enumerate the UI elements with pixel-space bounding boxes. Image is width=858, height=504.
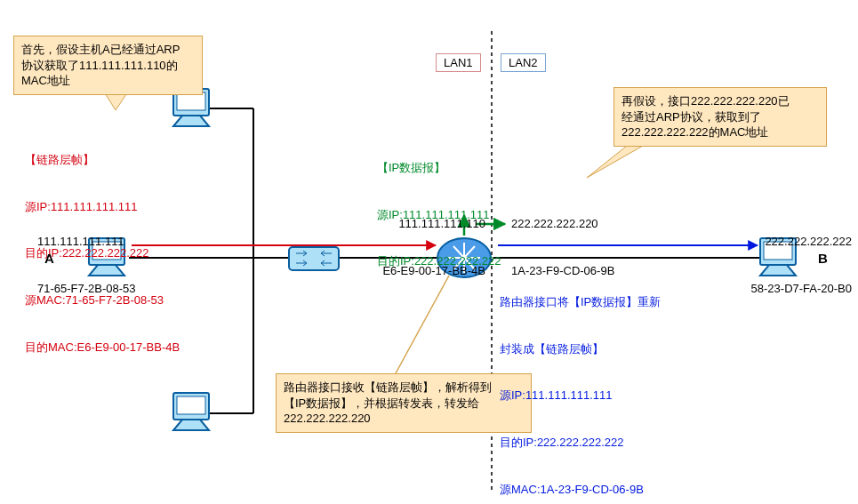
host-b-ip: 222.222.222.222 [727, 234, 852, 250]
frame-a-dst-mac: 目的MAC:E6-E9-00-17-BB-4B [25, 340, 180, 356]
callout-host-a: 首先，假设主机A已经通过ARP 协议获取了111.111.111.110的 MA… [13, 36, 203, 95]
callout-host-b-text: 再假设，接口222.222.222.220已 经通过ARP协议，获取到了 222… [621, 94, 790, 139]
frame-b-src-mac: 源MAC:1A-23-F9-CD-06-9B [500, 482, 661, 498]
frame-b-src-ip: 源IP:111.111.111.111 [500, 388, 661, 404]
frame-b-block: 路由器接口将【IP数据报】重新 封装成【链路层帧】 源IP:111.111.11… [500, 263, 661, 504]
host-b-mac: 58-23-D7-FA-20-B0 [727, 281, 852, 297]
router-right-ip: 222.222.222.220 [511, 216, 614, 232]
frame-b-line1: 封装成【链路层帧】 [500, 341, 661, 357]
callout-host-a-text: 首先，假设主机A已经通过ARP 协议获取了111.111.111.110的 MA… [21, 43, 180, 87]
frame-b-line0: 路由器接口将【IP数据报】重新 [500, 294, 661, 310]
host-b-info: 222.222.222.222 58-23-D7-FA-20-B0 [727, 203, 852, 312]
callout-host-b: 再假设，接口222.222.222.220已 经通过ARP协议，获取到了 222… [613, 87, 827, 147]
frame-b-dst-ip: 目的IP:222.222.222.222 [500, 435, 661, 451]
host-a-ip: 111.111.111.111 [37, 234, 136, 250]
router-left-info: 111.111.111.110 E6-E9-00-17-BB-4B [352, 185, 485, 294]
host-a-label: A [44, 251, 54, 266]
switch-icon [289, 247, 339, 270]
lan2-label: LAN2 [501, 53, 546, 72]
host-bottom-icon [173, 393, 209, 430]
router-left-mac: E6-E9-00-17-BB-4B [352, 263, 485, 279]
ipgram-title: 【IP数据报】 [377, 160, 501, 176]
callout-b-tail [587, 142, 649, 178]
callout-router: 路由器接口接收【链路层帧】，解析得到 【IP数据报】，并根据转发表，转发给 22… [276, 373, 532, 433]
callout-router-text: 路由器接口接收【链路层帧】，解析得到 【IP数据报】，并根据转发表，转发给 22… [284, 380, 492, 425]
lan1-label: LAN1 [436, 53, 481, 72]
frame-a-title: 【链路层帧】 [25, 152, 180, 168]
host-b-label: B [818, 251, 828, 266]
host-a-mac: 71-65-F7-2B-08-53 [37, 281, 136, 297]
router-left-ip: 111.111.111.110 [352, 216, 485, 232]
